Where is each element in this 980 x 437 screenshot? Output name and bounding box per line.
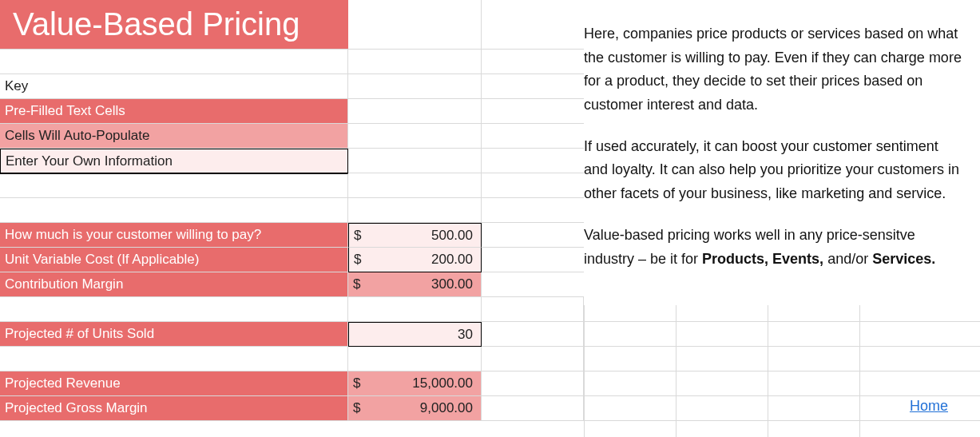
key-auto: Cells Will Auto-Populate	[0, 124, 348, 149]
key-heading: Key	[0, 74, 348, 99]
empty-cell	[482, 347, 584, 371]
currency-symbol: $	[353, 276, 360, 292]
empty-cell	[584, 322, 980, 347]
empty-cell	[348, 297, 482, 322]
explain-p2: If used accurately, it can boost your cu…	[584, 135, 966, 206]
empty-cell	[348, 0, 482, 50]
empty-cell	[348, 149, 482, 173]
currency-symbol: $	[354, 252, 361, 268]
value-projected-revenue: $15,000.00	[348, 371, 482, 396]
empty-cell	[482, 99, 584, 124]
empty-cell	[0, 173, 348, 198]
value-contrib: 300.00	[360, 276, 476, 292]
empty-cell	[348, 173, 482, 198]
value-units: 30	[354, 327, 476, 343]
empty-cell	[482, 0, 584, 50]
empty-cell	[482, 124, 584, 149]
label-rev-text: Projected Revenue	[5, 375, 121, 391]
home-link[interactable]: Home	[910, 398, 948, 415]
label-contrib-text: Contribution Margin	[5, 276, 123, 292]
explain-p3-d: Services.	[872, 251, 935, 267]
value-gross-margin: $9,000.00	[348, 396, 482, 421]
empty-cell	[348, 74, 482, 99]
empty-cell	[482, 371, 584, 396]
empty-cell	[0, 198, 348, 223]
empty-cell	[482, 223, 584, 248]
currency-symbol: $	[353, 400, 360, 416]
empty-cell	[0, 50, 348, 74]
label-units-text: Projected # of Units Sold	[5, 326, 154, 342]
empty-cell	[348, 50, 482, 74]
explain-p3: Value-based pricing works well in any pr…	[584, 224, 966, 271]
explain-p3-c: and/or	[823, 251, 872, 267]
empty-cell	[482, 248, 584, 272]
key-heading-text: Key	[5, 78, 28, 94]
empty-cell	[0, 297, 348, 322]
input-willing-to-pay[interactable]: $500.00	[348, 223, 482, 248]
label-willing-text: How much is your customer willing to pay…	[5, 227, 261, 243]
empty-cell	[584, 347, 980, 371]
empty-cell	[348, 198, 482, 223]
key-prefilled: Pre-Filled Text Cells	[0, 99, 348, 124]
currency-symbol: $	[354, 228, 361, 244]
label-unit-var-cost: Unit Variable Cost (If Applicable)	[0, 248, 348, 272]
explain-p1: Here, companies price products or servic…	[584, 22, 966, 117]
input-units-sold[interactable]: 30	[348, 322, 482, 347]
empty-cell	[482, 322, 584, 347]
empty-cell	[584, 371, 980, 396]
empty-cell	[348, 124, 482, 149]
page-title: Value-Based Pricing	[0, 0, 348, 50]
value-rev: 15,000.00	[360, 375, 476, 391]
explanation-text: Here, companies price products or servic…	[584, 22, 975, 288]
label-contrib-margin: Contribution Margin	[0, 272, 348, 297]
explain-p3-b: Products, Events,	[702, 251, 823, 267]
empty-cell	[482, 173, 584, 198]
empty-cell	[482, 149, 584, 173]
empty-cell	[482, 297, 584, 322]
value-willing: 500.00	[361, 228, 476, 244]
title-text: Value-Based Pricing	[13, 6, 300, 42]
empty-cell	[482, 50, 584, 74]
key-own: Enter Your Own Information	[0, 149, 348, 173]
empty-cell	[482, 198, 584, 223]
empty-cell	[348, 347, 482, 371]
key-own-text: Enter Your Own Information	[6, 153, 173, 169]
label-units-sold: Projected # of Units Sold	[0, 322, 348, 347]
label-projected-revenue: Projected Revenue	[0, 371, 348, 396]
label-gross-margin: Projected Gross Margin	[0, 396, 348, 421]
value-contrib-margin: $300.00	[348, 272, 482, 297]
empty-cell	[482, 272, 584, 297]
key-prefilled-text: Pre-Filled Text Cells	[5, 103, 125, 119]
empty-cell	[584, 297, 980, 322]
empty-cell	[348, 99, 482, 124]
label-willing-to-pay: How much is your customer willing to pay…	[0, 223, 348, 248]
empty-cell	[482, 396, 584, 421]
empty-cell	[482, 74, 584, 99]
value-gross: 9,000.00	[360, 400, 476, 416]
currency-symbol: $	[353, 375, 360, 391]
input-unit-var-cost[interactable]: $200.00	[348, 248, 482, 272]
label-unit-var-text: Unit Variable Cost (If Applicable)	[5, 252, 199, 268]
label-gross-text: Projected Gross Margin	[5, 400, 148, 416]
key-auto-text: Cells Will Auto-Populate	[5, 128, 149, 144]
empty-cell	[0, 347, 348, 371]
value-unit-var: 200.00	[361, 252, 476, 268]
